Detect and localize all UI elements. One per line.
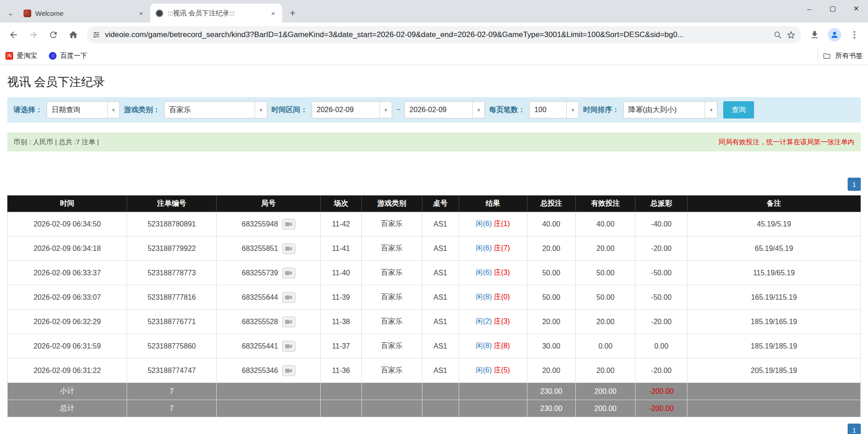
time-cell: 2026-02-09 06:31:22 bbox=[8, 359, 127, 383]
browser-toolbar: videoie.com/game/betrecord_search/kind3?… bbox=[0, 23, 868, 47]
video-replay-button[interactable] bbox=[282, 316, 295, 327]
reload-button[interactable] bbox=[44, 26, 62, 44]
minimize-button[interactable]: – bbox=[797, 0, 821, 17]
forward-button[interactable] bbox=[24, 26, 43, 44]
payout-cell: -20.00 bbox=[636, 236, 688, 261]
chevron-down-icon[interactable]: ▼ bbox=[705, 102, 717, 118]
page-1-button[interactable]: 1 bbox=[848, 178, 861, 191]
col-total-bet: 总投注 bbox=[527, 196, 576, 212]
downloads-button[interactable] bbox=[806, 26, 824, 44]
back-button[interactable] bbox=[5, 26, 23, 44]
round-cell: 683255346 bbox=[217, 359, 321, 383]
sort-label: 时间排序： bbox=[583, 105, 619, 115]
total-bet-cell: 20.00 bbox=[527, 310, 576, 334]
col-table: 桌号 bbox=[422, 196, 459, 212]
search-button[interactable]: 查询 bbox=[723, 101, 754, 118]
chevron-down-icon[interactable]: ▼ bbox=[107, 102, 119, 118]
session-cell: 11-36 bbox=[321, 359, 362, 383]
url-text[interactable]: videoie.com/game/betrecord_search/kind3?… bbox=[105, 30, 769, 39]
tab-close-icon[interactable]: × bbox=[137, 9, 146, 18]
forward-arrow-icon bbox=[28, 30, 38, 40]
valid-bet-cell: 20.00 bbox=[576, 359, 636, 383]
game-kind-select[interactable]: 百家乐 ▼ bbox=[164, 101, 267, 118]
page-size-select[interactable]: 100 ▼ bbox=[529, 101, 579, 118]
date-end-select[interactable]: 2026-02-09 ▼ bbox=[404, 101, 485, 118]
chevron-down-icon[interactable]: ▼ bbox=[566, 102, 579, 118]
payout-cell: -40.00 bbox=[636, 212, 688, 236]
note-cell: 185.19/185.19 bbox=[688, 334, 861, 359]
bookmark-baidu[interactable]: ☃ 百度一下 bbox=[49, 52, 87, 60]
video-replay-button[interactable] bbox=[282, 219, 295, 230]
all-bookmarks[interactable]: 所有书签 bbox=[818, 52, 863, 61]
tab-welcome[interactable]: Welcome × bbox=[18, 4, 150, 23]
chevron-down-icon[interactable]: ▼ bbox=[472, 102, 484, 118]
folder-icon bbox=[823, 52, 831, 60]
col-result: 结果 bbox=[459, 196, 527, 212]
video-replay-button[interactable] bbox=[282, 243, 295, 254]
round-cell: 683255644 bbox=[217, 285, 321, 310]
profile-button[interactable] bbox=[825, 26, 844, 44]
bookmark-star-icon[interactable] bbox=[787, 30, 796, 39]
date-range-label: 时间区间： bbox=[271, 105, 308, 115]
table-cell: AS1 bbox=[422, 285, 459, 310]
col-game-kind: 游戏类别 bbox=[361, 196, 422, 212]
valid-bet-cell: 50.00 bbox=[576, 261, 636, 285]
time-cell: 2026-02-09 06:32:29 bbox=[8, 310, 127, 334]
total-label: 总计 bbox=[8, 400, 127, 417]
video-replay-button[interactable] bbox=[282, 365, 295, 376]
valid-bet-notice-text: 同局有效投注，统一计算在该局第一张注单内 bbox=[719, 138, 854, 146]
home-button[interactable] bbox=[64, 26, 82, 44]
summary-info-bar: 币别 : 人民币 | 总共 :7 注单 | 同局有效投注，统一计算在该局第一张注… bbox=[7, 132, 861, 151]
total-bet-cell: 50.00 bbox=[527, 285, 576, 310]
page-1-button[interactable]: 1 bbox=[848, 424, 861, 434]
window-controls: – ▢ ✕ bbox=[797, 0, 868, 17]
table-cell: AS1 bbox=[422, 212, 459, 236]
date-start-select[interactable]: 2026-02-09 ▼ bbox=[312, 101, 392, 118]
query-type-select[interactable]: 日期查询 ▼ bbox=[47, 101, 120, 118]
maximize-button[interactable]: ▢ bbox=[821, 0, 844, 17]
table-row: 2026-02-09 06:31:59 523188775860 6832554… bbox=[8, 334, 861, 359]
bet-id-cell: 523188777816 bbox=[127, 285, 217, 310]
date-range-tilde: ~ bbox=[396, 106, 400, 114]
tab-close-icon[interactable]: × bbox=[269, 9, 278, 18]
address-bar[interactable]: videoie.com/game/betrecord_search/kind3?… bbox=[87, 26, 801, 43]
video-replay-button[interactable] bbox=[282, 341, 295, 352]
bet-id-cell: 523188776771 bbox=[127, 310, 217, 334]
result-cell: 闲(6) 庄(3) bbox=[459, 261, 527, 285]
table-cell: AS1 bbox=[422, 310, 459, 334]
round-cell: 683255948 bbox=[217, 212, 321, 236]
tab-record-favicon-icon bbox=[156, 9, 163, 17]
game-cell: 百家乐 bbox=[361, 285, 422, 310]
zoom-icon[interactable] bbox=[773, 31, 782, 39]
table-row: 2026-02-09 06:33:37 523188778773 6832557… bbox=[8, 261, 861, 285]
video-replay-button[interactable] bbox=[282, 268, 295, 278]
sort-select[interactable]: 降幂(由大到小) ▼ bbox=[623, 101, 717, 118]
table-row: 2026-02-09 06:31:22 523188774747 6832553… bbox=[8, 359, 861, 383]
taobao-icon: 淘 bbox=[5, 52, 13, 60]
chevron-down-icon[interactable]: ▼ bbox=[255, 102, 267, 118]
home-icon bbox=[68, 30, 78, 40]
valid-bet-cell: 50.00 bbox=[576, 285, 636, 310]
new-tab-button[interactable]: + bbox=[285, 5, 300, 21]
close-window-button[interactable]: ✕ bbox=[844, 0, 868, 17]
table-header-row: 时间 注单编号 局号 场次 游戏类别 桌号 结果 总投注 有效投注 总派彩 备注 bbox=[8, 196, 861, 212]
note-cell: 65.19/45.19 bbox=[688, 236, 861, 261]
profile-avatar-icon bbox=[828, 28, 841, 42]
tab-search-chevron-icon[interactable]: ⌄ bbox=[3, 4, 18, 23]
page-size-label: 每页笔数： bbox=[489, 105, 525, 115]
chevron-down-icon[interactable]: ▼ bbox=[379, 102, 392, 118]
note-cell: 45.19/5.19 bbox=[688, 212, 861, 236]
bet-id-cell: 523188778773 bbox=[127, 261, 217, 285]
bet-id-cell: 523188774747 bbox=[127, 359, 217, 383]
payout-cell: -20.00 bbox=[636, 310, 688, 334]
payout-cell: -50.00 bbox=[636, 285, 688, 310]
menu-button[interactable] bbox=[845, 26, 863, 44]
site-info-icon[interactable] bbox=[92, 31, 100, 39]
tab-bet-record[interactable]: :::视讯 会员下注纪录::: × bbox=[150, 4, 282, 23]
col-valid-bet: 有效投注 bbox=[576, 196, 636, 212]
bookmark-aitaobao[interactable]: 淘 爱淘宝 bbox=[5, 52, 37, 60]
col-payout: 总派彩 bbox=[636, 196, 688, 212]
video-icon bbox=[285, 344, 292, 349]
video-replay-button[interactable] bbox=[282, 292, 295, 303]
subtotal-payout: -200.00 bbox=[636, 383, 688, 400]
